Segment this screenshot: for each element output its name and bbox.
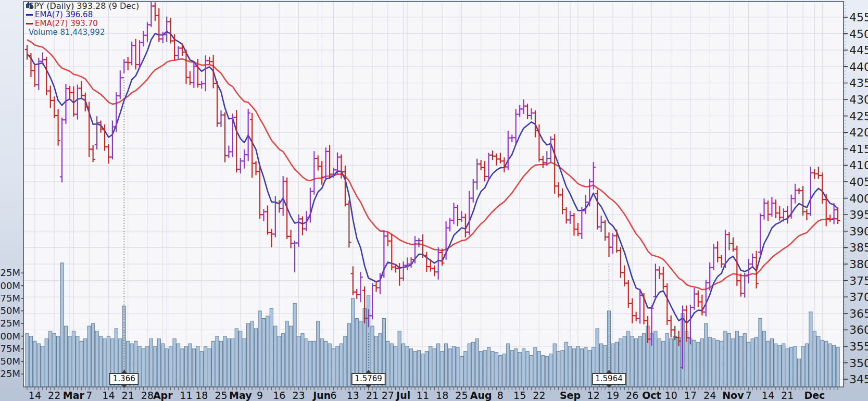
date-tick-label: 14 — [762, 390, 774, 401]
volume-bar — [290, 326, 293, 387]
date-tick-label: 24 — [703, 390, 716, 401]
date-tick-label: 22 — [48, 390, 60, 401]
date-tick-label: 28 — [141, 390, 154, 401]
volume-bar — [794, 346, 797, 387]
volume-bar — [53, 334, 56, 387]
volume-bar — [347, 323, 350, 387]
date-tick-label: 11 — [180, 390, 192, 401]
volume-bar — [526, 352, 529, 387]
price-tick-label: 375 — [849, 274, 868, 287]
volume-bar — [312, 341, 316, 387]
volume-bar — [797, 359, 800, 387]
volume-bar — [196, 346, 199, 387]
volume-bar — [735, 331, 738, 387]
volume-bar — [87, 326, 91, 387]
volume-bar — [507, 344, 510, 387]
date-tick-label: Dec — [804, 390, 825, 401]
volume-bar — [502, 354, 506, 387]
volume-bar — [456, 347, 459, 387]
date-tick-label: 25 — [215, 390, 227, 401]
price-tick-label: 355 — [849, 340, 868, 353]
volume-bar — [468, 344, 471, 387]
volume-bar — [452, 346, 455, 387]
date-tick-label: Sep — [560, 390, 581, 401]
volume-tick-label: 125M — [0, 318, 20, 329]
date-tick-label: 14 — [102, 390, 115, 401]
volume-bar — [161, 344, 165, 387]
volume-bar — [297, 336, 300, 387]
volume-bar — [33, 341, 36, 387]
volume-bar — [809, 312, 812, 387]
volume-tick-label: 200M — [0, 280, 20, 291]
date-tick-label: 8 — [497, 390, 504, 401]
volume-bar — [561, 350, 564, 387]
price-tick-label: 350 — [849, 357, 868, 370]
volume-bar — [732, 339, 735, 387]
volume-bar — [786, 349, 789, 387]
volume-bar — [413, 352, 417, 387]
volume-axis: 225M200M175M150M125M100M75M50M25M — [0, 267, 23, 379]
legend-title-row: SPY (Daily) 393.28 (9 Dec) — [26, 2, 139, 10]
volume-bar — [37, 344, 40, 387]
volume-bar — [778, 345, 781, 387]
price-tick-label: 415 — [849, 143, 868, 156]
volume-bar — [386, 341, 389, 387]
date-tick-label: 26 — [626, 390, 638, 401]
volume-bar — [720, 341, 723, 387]
volume-bar — [545, 356, 548, 387]
date-tick-label: 7 — [746, 390, 752, 401]
date-tick-label: 21 — [122, 390, 134, 401]
volume-bar — [705, 323, 708, 387]
volume-bar — [173, 339, 176, 387]
volume-bar — [258, 311, 261, 387]
volume-bar — [805, 344, 808, 387]
notch-down-icon — [607, 385, 612, 388]
volume-bar — [557, 352, 560, 387]
volume-bar — [638, 336, 641, 387]
volume-bar — [231, 339, 234, 387]
volume-bar — [499, 355, 502, 387]
volume-bar — [821, 340, 824, 387]
volume-bar — [828, 344, 832, 387]
volume-tick-label: 225M — [0, 267, 20, 278]
date-tick-label: Oct — [642, 390, 661, 401]
price-tick-label: 425 — [849, 110, 868, 123]
date-tick-label: Apr — [153, 390, 173, 401]
volume-bar — [673, 336, 676, 387]
price-tick-label: 445 — [849, 44, 868, 57]
volume-bar — [254, 329, 257, 387]
volume-bar — [270, 308, 273, 387]
date-tick-label: 16 — [273, 390, 285, 401]
volume-bar — [92, 323, 95, 387]
volume-bar — [727, 334, 731, 387]
volume-bar — [762, 331, 765, 387]
volume-bar — [282, 334, 285, 387]
volume-bar — [336, 346, 339, 387]
volume-bar — [157, 339, 160, 387]
volume-tick-label: 25M — [1, 368, 20, 379]
volume-bar — [518, 353, 521, 387]
volume-bar — [700, 339, 703, 387]
price-tick-label: 370 — [849, 291, 868, 304]
volume-bar — [239, 331, 242, 387]
volume-bar — [724, 331, 727, 387]
volume-bar — [537, 352, 540, 387]
volume-bar — [149, 339, 153, 387]
volume-bar — [339, 344, 343, 387]
date-tick-label: 7 — [86, 390, 92, 401]
volume-bar — [212, 341, 215, 387]
volume-bar — [192, 349, 195, 387]
price-tick-label: 440 — [849, 60, 868, 73]
date-tick-label: 22 — [533, 390, 545, 401]
volume-bar — [833, 345, 836, 387]
volume-bar — [747, 342, 750, 387]
price-tick-label: 405 — [849, 176, 868, 189]
date-tick-label: Jun — [312, 390, 331, 401]
date-tick-label: Nov — [722, 390, 744, 401]
price-tick-label: 400 — [849, 192, 868, 205]
date-tick-label: 21 — [366, 390, 379, 401]
volume-bar — [72, 331, 75, 387]
volume-bar — [813, 331, 816, 387]
price-tick-label: 385 — [849, 241, 868, 254]
ema-fast-label: EMA(7) 396.68 — [35, 10, 93, 19]
